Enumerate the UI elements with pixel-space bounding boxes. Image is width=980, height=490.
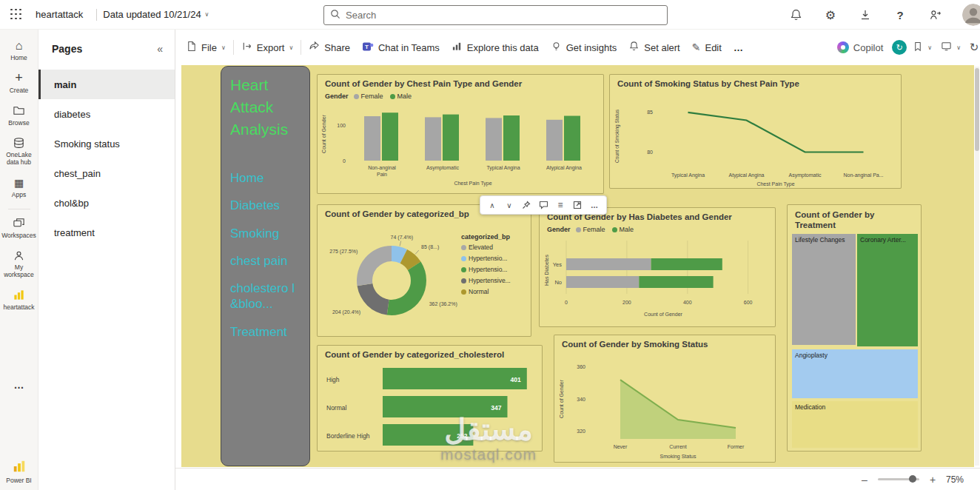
visual-chest-pain-gender[interactable]: Count of Gender by Chest Pain Type and G… <box>317 74 604 194</box>
zoom-slider[interactable] <box>878 478 919 480</box>
nav-link-smoking[interactable]: Smoking <box>230 226 295 241</box>
focus-mode-icon[interactable] <box>570 198 585 212</box>
data-updated-label: Data updated 10/21/24 <box>103 9 201 20</box>
treemap-plot[interactable]: Lifestyle ChangesCoronary Arter...Angiop… <box>788 205 921 451</box>
chevron-down-icon: ∨ <box>956 44 961 51</box>
file-icon <box>186 41 197 54</box>
nav-link-treatment[interactable]: Treatment <box>230 324 295 340</box>
rail-item-powerbi[interactable]: Power BI <box>6 459 32 484</box>
left-nav-rail: ⌂ Home + Create Browse OneLake data hub … <box>0 30 38 490</box>
share-profile-icon[interactable] <box>927 7 942 22</box>
page-item-diabetes[interactable]: diabetes <box>38 99 175 129</box>
app-launcher-icon[interactable] <box>10 9 22 21</box>
rail-item-apps[interactable]: ▦ Apps <box>0 176 38 199</box>
page-item-chol-bp[interactable]: chol&bp <box>38 188 175 218</box>
zoom-out-button[interactable]: – <box>859 474 870 486</box>
user-avatar[interactable] <box>962 4 980 26</box>
export-icon <box>241 41 252 54</box>
search-icon <box>330 9 340 22</box>
vertical-scrollbar[interactable] <box>975 67 979 466</box>
treemap-node[interactable]: Lifestyle Changes <box>792 234 856 345</box>
page-item-smoking-status[interactable]: Smoking status <box>38 129 175 158</box>
svg-text:T: T <box>365 44 369 50</box>
share-button[interactable]: Share <box>303 36 356 59</box>
heartattack-app-icon <box>13 289 25 302</box>
notifications-bell-icon[interactable] <box>788 7 803 22</box>
page-item-treatment[interactable]: treatment <box>38 218 175 247</box>
chevron-down-icon[interactable]: ∨ <box>502 198 517 212</box>
svg-text:74 (7.4%): 74 (7.4%) <box>391 235 413 241</box>
search-input[interactable] <box>346 10 661 21</box>
explore-data-button[interactable]: Explore this data <box>446 36 545 59</box>
visual-diabetes-gender[interactable]: Count of Gender by Has Diabetes and Gend… <box>539 207 776 327</box>
comment-icon[interactable] <box>536 198 551 212</box>
nav-link-cholesterol-bp[interactable]: cholestero l &bloo... <box>230 281 295 312</box>
rail-item-home[interactable]: ⌂ Home <box>0 39 38 62</box>
scrollbar-thumb[interactable] <box>975 68 979 151</box>
zoom-in-button[interactable]: + <box>927 474 939 486</box>
bar-chart-plot[interactable]: 0200400600YesNoCount of GenderHas Diabet… <box>540 236 776 328</box>
rail-item-my-workspace[interactable]: My workspace <box>0 249 38 279</box>
set-alert-button[interactable]: Set alert <box>622 36 685 59</box>
visual-smoking-area[interactable]: Count of Gender by Smoking Status 360340… <box>554 335 776 463</box>
rail-item-browse[interactable]: Browse <box>0 104 38 127</box>
treemap-node[interactable]: Coronary Arter... <box>857 234 918 346</box>
collapse-panel-icon[interactable]: « <box>157 43 163 55</box>
copilot-button[interactable]: Copilot <box>831 36 889 59</box>
visual-legend: GenderFemaleMale <box>547 226 640 233</box>
share-icon <box>309 41 320 54</box>
help-icon[interactable]: ? <box>893 7 907 22</box>
chevron-down-icon: ∨ <box>289 44 293 51</box>
divider <box>96 9 97 21</box>
rail-more-button[interactable]: … <box>0 378 38 392</box>
filter-lines-icon[interactable]: ≡ <box>553 198 568 212</box>
data-updated-dropdown[interactable]: Data updated 10/21/24 ∨ <box>103 9 209 20</box>
report-nav-sidebar: Heart Attack Analysis Home Diabetes Smok… <box>221 66 310 466</box>
file-menu-button[interactable]: File ∨ <box>180 36 232 59</box>
visual-title: Count of Gender by Chest Pain Type and G… <box>325 79 522 88</box>
svg-text:362 (36.2%): 362 (36.2%) <box>429 301 457 307</box>
edit-button[interactable]: ✎ Edit <box>686 36 728 59</box>
page-item-chest-pain[interactable]: chest_pain <box>38 158 175 188</box>
pin-icon[interactable] <box>519 198 534 212</box>
svg-text:Yes: Yes <box>553 261 562 268</box>
get-insights-button[interactable]: Get insights <box>545 36 623 59</box>
svg-text:Count of Gender: Count of Gender <box>559 379 564 417</box>
view-mode-button[interactable]: ∨ <box>938 36 964 59</box>
line-chart-plot[interactable]: 8580Typical AnginaAtypical AnginaAsympto… <box>610 94 902 189</box>
toolbar-more-button[interactable]: … <box>728 36 749 59</box>
treemap-node[interactable]: Medication <box>792 401 918 448</box>
area-chart-plot[interactable]: 360340320NeverCurrentFormerSmoking Statu… <box>554 352 776 462</box>
export-menu-button[interactable]: Export ∨ <box>235 36 299 59</box>
rail-item-workspaces[interactable]: Workspaces <box>0 217 38 240</box>
treemap-node[interactable]: Angioplasty <box>792 349 918 398</box>
bar-chart-plot[interactable]: High401Normal347Borderline High252 <box>318 362 543 452</box>
visual-bp-donut[interactable]: Count of Gender by categorized_bp 74 (7.… <box>317 204 531 337</box>
nav-link-chest-pain[interactable]: chest pain <box>230 253 295 269</box>
zoom-slider-handle[interactable] <box>909 475 916 483</box>
bookmarks-button[interactable]: ∨ <box>910 36 935 59</box>
teal-refresh-badge-icon[interactable]: ↻ <box>892 40 907 55</box>
visual-smoking-by-chest-pain[interactable]: Count of Smoking Status by Chest Pain Ty… <box>609 74 902 189</box>
download-icon[interactable] <box>858 7 873 22</box>
rail-item-onelake[interactable]: OneLake data hub <box>0 136 38 167</box>
page-item-main[interactable]: main <box>38 70 175 99</box>
chevron-down-icon: ∨ <box>205 11 209 18</box>
refresh-icon[interactable]: ↻ <box>967 40 980 55</box>
search-box[interactable] <box>323 5 668 25</box>
rail-divider <box>8 209 30 209</box>
settings-gear-icon[interactable]: ⚙ <box>823 7 838 22</box>
visual-cholesterol-bars[interactable]: Count of Gender by categorized_cholester… <box>317 345 543 452</box>
chevron-up-icon[interactable]: ∧ <box>485 198 500 212</box>
more-icon: … <box>14 378 24 392</box>
visual-treatment-treemap[interactable]: Count of Gender by Treatment Lifestyle C… <box>787 204 922 452</box>
chevron-down-icon: ∨ <box>927 44 932 51</box>
rail-item-create[interactable]: + Create <box>0 72 38 95</box>
home-icon: ⌂ <box>16 39 23 53</box>
rail-item-heartattack[interactable]: heartattack <box>0 289 38 312</box>
more-options-icon[interactable]: … <box>587 198 602 212</box>
column-chart-plot[interactable]: 0100Non-anginalPainAsymptomaticTypical A… <box>318 101 605 195</box>
nav-link-diabetes[interactable]: Diabetes <box>230 198 295 213</box>
chat-in-teams-button[interactable]: T Chat in Teams <box>356 36 446 59</box>
nav-link-home[interactable]: Home <box>230 170 295 186</box>
